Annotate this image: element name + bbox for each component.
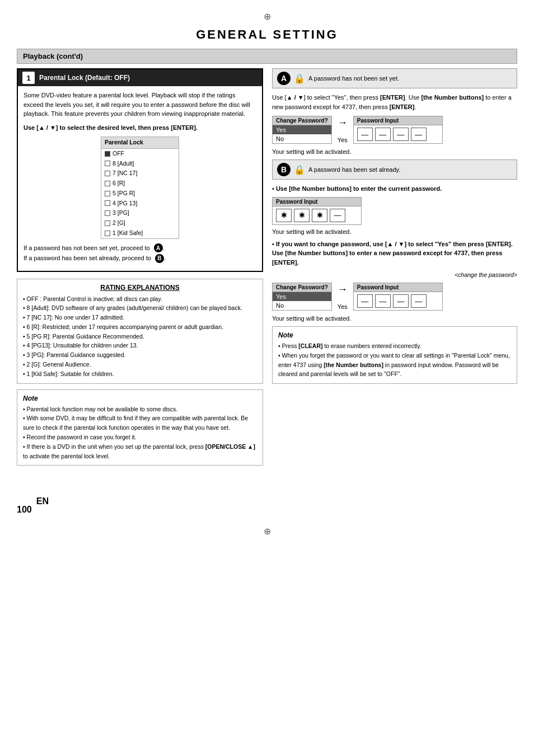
section-b-text: A password has been set already. (308, 166, 400, 173)
change-pw-header-a: Change Password? (273, 116, 331, 125)
password-input-b: Password Input ✱ ✱ ✱ — (272, 197, 362, 225)
left-column: 1 Parental Lock (Default: OFF) Some DVD-… (17, 68, 263, 466)
list-item: 3 [PG]: Parental Guidance suggested. (23, 350, 257, 360)
password-input-a: Password Input — — — — (353, 116, 443, 144)
pw-cell-2: — (375, 128, 391, 141)
parental-lock-title: Parental Lock (Default: OFF) (39, 74, 130, 82)
note-title-left: Note (23, 395, 257, 402)
parental-lock-table-header: Parental Lock (101, 137, 179, 149)
change-pw-no-c: No (273, 301, 331, 310)
list-item: OFF : Parental Control is inactive; all … (23, 294, 257, 304)
list-item: Parental lock function may not be availa… (23, 405, 257, 414)
parental-lock-item-5: 5 [PG R] (101, 189, 179, 199)
arrow-yes-a: → Yes (338, 117, 348, 143)
checkbox-3 (105, 210, 110, 216)
content-area: 1 Parental Lock (Default: OFF) Some DVD-… (17, 68, 517, 466)
pw-cell-b4: — (330, 209, 345, 222)
activated-text-b: Your setting will be activated. (272, 228, 517, 235)
pw-cell-c2: — (375, 294, 391, 308)
parental-lock-header: 1 Parental Lock (Default: OFF) (18, 69, 262, 86)
note-section-right: Note Press [CLEAR] to erase numbers ente… (272, 326, 517, 384)
change-pw-instruction: • If you want to change password, use [▲… (272, 240, 517, 267)
page-number: 100 (17, 505, 32, 515)
change-pw-yes-c: Yes (273, 292, 331, 301)
pw-cells-a: — — — — (354, 125, 442, 143)
a-badge: A (277, 72, 291, 85)
crosshair-bottom: ⊕ (17, 526, 517, 537)
list-item: 6 [R]: Restricted; under 17 requires acc… (23, 322, 257, 332)
pw-cell-b3: ✱ (312, 209, 327, 222)
activated-text-c: Your setting will be activated. (272, 315, 517, 322)
list-item: 4 [PG13]: Unsuitable for children under … (23, 341, 257, 350)
pw-cell-c4: — (411, 294, 427, 308)
intro-text: Some DVD-video feature a parental lock l… (24, 91, 256, 119)
arrow-icon-c: → (338, 284, 348, 295)
instruction-a: Use [▲ / ▼] to select "Yes", then press … (272, 93, 517, 111)
checkbox-7 (105, 171, 110, 176)
section-number: 1 (22, 72, 35, 84)
yes-label-c: Yes (338, 303, 348, 310)
proceed-a-text: If a password has not been set yet, proc… (24, 243, 256, 253)
checkbox-off (105, 151, 110, 157)
instruction-b-label: • Use [the Number buttons] to enter the … (272, 184, 517, 194)
language: EN (36, 496, 49, 506)
pw-cell-3: — (393, 128, 409, 141)
lock-icon-a: 🔒 (294, 73, 305, 84)
rating-explanations-section: RATING EXPLANATIONS OFF : Parental Contr… (17, 279, 263, 384)
note-section-left: Note Parental lock function may not be a… (17, 389, 263, 466)
right-column: A 🔒 A password has not been set yet. Use… (272, 68, 517, 466)
list-item: 5 [PG R]: Parental Guidance Recommended. (23, 332, 257, 341)
lock-icon-b: 🔒 (294, 165, 305, 175)
section-b-header: B 🔒 A password has been set already. (272, 159, 517, 180)
page-title: GENERAL SETTING (17, 27, 517, 42)
list-item: If there is a DVD in the unit when you s… (23, 442, 257, 461)
list-item: 2 [G]: General Audience. (23, 360, 257, 369)
password-input-c: Password Input — — — — (353, 283, 443, 311)
pw-cells-c: — — — — (354, 292, 442, 310)
rating-title: RATING EXPLANATIONS (23, 284, 257, 292)
checkbox-1 (105, 231, 110, 236)
parental-lock-item-8: 8 [Adult] (101, 159, 179, 169)
dialog-flow-c: Change Password? Yes No → Yes Password I… (272, 283, 517, 311)
pw-input-header-b: Password Input (273, 198, 361, 206)
list-item: With some DVD, it may be difficult to fi… (23, 414, 257, 433)
section-a-text: A password has not been set yet. (308, 75, 399, 82)
section-a-header: A 🔒 A password has not been set yet. (272, 68, 517, 88)
parental-lock-item-7: 7 [NC 17] (101, 168, 179, 179)
arrow-yes-c: → Yes (338, 284, 348, 310)
pw-cells-b: ✱ ✱ ✱ — (273, 206, 361, 224)
list-item: When you forget the password or you want… (278, 351, 511, 379)
note-title-right: Note (278, 331, 511, 339)
pw-cell-4: — (411, 128, 427, 141)
rating-list: OFF : Parental Control is inactive; all … (23, 294, 257, 379)
instruction-1: Use [▲ / ▼] to select the desired level,… (24, 123, 256, 133)
parental-lock-item-4: 4 [PG 13] (101, 199, 179, 209)
checkbox-4 (105, 200, 110, 206)
change-pw-header-c: Change Password? (273, 283, 331, 292)
list-item: Record the password in case you forget i… (23, 433, 257, 442)
checkbox-2 (105, 220, 110, 226)
change-password-dialog-a: Change Password? Yes No (272, 116, 332, 144)
change-pw-label: <change the password> (272, 271, 517, 278)
parental-lock-item-6: 6 [R] (101, 179, 179, 189)
pw-cell-c1: — (357, 294, 373, 308)
label-a-ref: A (154, 243, 163, 252)
change-password-dialog-c: Change Password? Yes No (272, 283, 332, 311)
section-header: Playback (cont'd) (17, 49, 517, 64)
b-badge: B (277, 163, 291, 176)
dialog-flow-a: Change Password? Yes No → Yes Password I… (272, 116, 517, 144)
yes-label-a: Yes (338, 137, 348, 143)
crosshair-top: ⊕ (17, 11, 517, 22)
parental-lock-item-3: 3 [PG] (101, 208, 179, 218)
checkbox-5 (105, 191, 110, 196)
list-item: 1 [Kid Safe]: Suitable for children. (23, 369, 257, 379)
list-item: 7 [NC 17]: No one under 17 admitted. (23, 313, 257, 322)
note-list-right: Press [CLEAR] to erase numbers entered i… (278, 341, 511, 379)
pw-cell-1: — (357, 128, 373, 141)
pw-cell-b2: ✱ (294, 209, 310, 222)
arrow-icon-a: → (338, 117, 348, 129)
pw-input-header-c: Password Input (354, 283, 442, 292)
parental-lock-item-1: 1 [Kid Safe] (101, 228, 179, 238)
activated-text-a: Your setting will be activated. (272, 148, 517, 155)
change-pw-no-a: No (273, 134, 331, 143)
